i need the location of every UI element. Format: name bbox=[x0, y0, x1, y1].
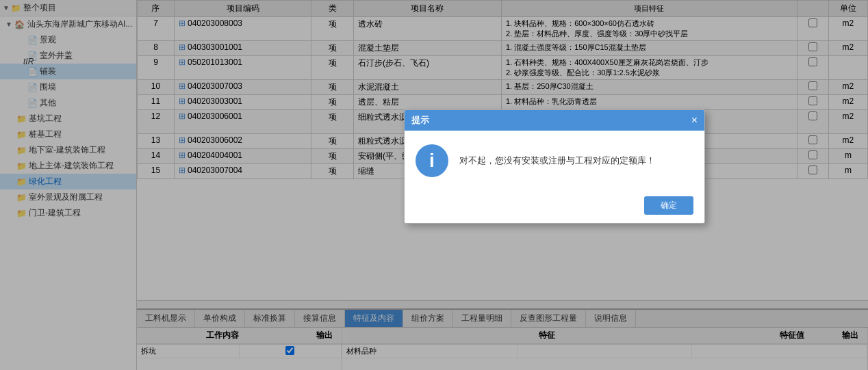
modal-footer: 确定 bbox=[405, 191, 704, 223]
modal-info-icon: i bbox=[416, 144, 448, 177]
modal-body: i 对不起，您没有安装或注册与工程对应的定额库！ bbox=[405, 131, 704, 191]
modal-message: 对不起，您没有安装或注册与工程对应的定额库！ bbox=[459, 154, 693, 168]
modal-dialog: 提示 × i 对不起，您没有安装或注册与工程对应的定额库！ 确定 bbox=[404, 109, 705, 224]
modal-header: 提示 × bbox=[405, 110, 704, 131]
modal-overlay: 提示 × i 对不起，您没有安装或注册与工程对应的定额库！ 确定 bbox=[0, 0, 868, 370]
modal-title: 提示 bbox=[411, 114, 429, 127]
modal-close-button[interactable]: × bbox=[691, 115, 698, 126]
modal-confirm-button[interactable]: 确定 bbox=[644, 196, 693, 215]
